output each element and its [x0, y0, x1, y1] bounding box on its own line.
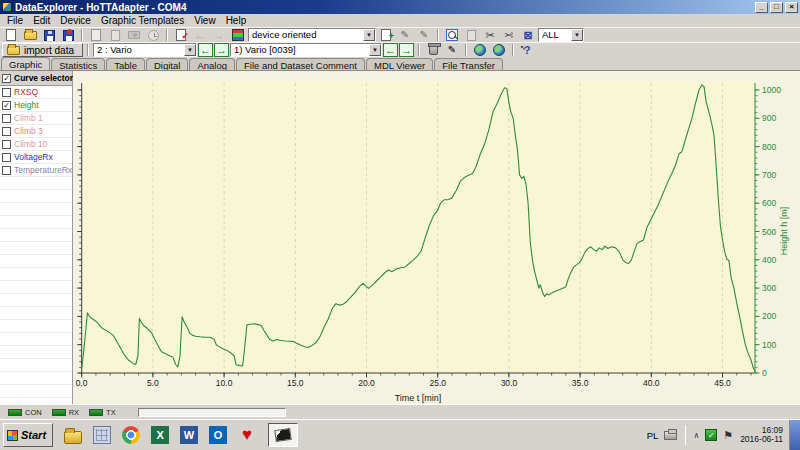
- active-task-button[interactable]: [268, 423, 298, 447]
- prev-channel-button[interactable]: ←: [198, 43, 213, 57]
- curve-row-empty: [0, 242, 72, 255]
- curve-checkbox-climb-10[interactable]: [2, 140, 11, 149]
- context-help-button[interactable]: ↖?: [518, 43, 536, 57]
- file-explorer-icon[interactable]: [64, 431, 82, 444]
- menu-graphic-templates[interactable]: Graphic Templates: [96, 15, 189, 26]
- tab-digital[interactable]: Digital: [146, 58, 188, 70]
- tab-table[interactable]: Table: [106, 58, 145, 70]
- curve-checkbox-climb-1[interactable]: [2, 114, 11, 123]
- prev-record-button[interactable]: ←: [383, 43, 398, 57]
- device-settings-button[interactable]: ✓: [172, 28, 190, 42]
- save-button[interactable]: [40, 28, 58, 42]
- close-button[interactable]: ×: [785, 2, 798, 13]
- heart-icon[interactable]: ♥: [238, 426, 256, 444]
- new-file-icon: [6, 29, 16, 41]
- tab-statistics[interactable]: Statistics: [51, 58, 105, 70]
- status-con: CON: [8, 408, 42, 417]
- curve-row-empty: [0, 255, 72, 268]
- height-time-chart[interactable]: 0.05.010.015.020.025.030.035.040.045.001…: [73, 71, 800, 405]
- delete-file-button[interactable]: [87, 28, 105, 42]
- show-desktop-button[interactable]: [789, 420, 800, 450]
- view-mode-combo[interactable]: device oriented ▼: [248, 28, 376, 42]
- flag-tray-icon[interactable]: ⚑: [723, 429, 733, 442]
- clock[interactable]: 16:09 2016-06-11: [740, 426, 783, 444]
- next-device-button[interactable]: →: [210, 28, 228, 42]
- menu-device[interactable]: Device: [55, 15, 96, 26]
- minimize-button[interactable]: _: [755, 2, 768, 13]
- dropdown-arrow-icon[interactable]: ▼: [369, 44, 381, 56]
- menu-view[interactable]: View: [189, 15, 221, 26]
- curve-row-rxsq: RXSQ: [0, 86, 72, 99]
- svg-text:30.0: 30.0: [501, 378, 518, 388]
- delete-record-button[interactable]: [424, 43, 442, 57]
- word-icon[interactable]: W: [180, 426, 198, 444]
- google-earth-button[interactable]: [471, 43, 489, 57]
- svg-text:200: 200: [762, 311, 776, 321]
- progress-bar: [138, 408, 286, 417]
- prev-device-button[interactable]: ←: [191, 28, 209, 42]
- curve-checkbox-climb-3[interactable]: [2, 127, 11, 136]
- tab-graphic[interactable]: Graphic: [1, 57, 50, 70]
- toolbar-separator: [418, 44, 420, 56]
- start-button[interactable]: Start: [3, 423, 53, 447]
- next-channel-button[interactable]: →: [214, 43, 229, 57]
- import-data-button[interactable]: import data: [2, 43, 83, 57]
- curve-row-empty: [0, 281, 72, 294]
- curve-selector-checkbox[interactable]: ✓: [2, 74, 11, 83]
- tab-mdl-viewer[interactable]: MDL Viewer: [366, 58, 433, 70]
- curve-checkbox-rxsq[interactable]: [2, 88, 11, 97]
- pan-button[interactable]: [462, 28, 480, 42]
- curve-row-height: ✓Height: [0, 99, 72, 112]
- curve-checkbox-voltagerx[interactable]: [2, 153, 11, 162]
- dropdown-arrow-icon[interactable]: ▼: [363, 29, 375, 41]
- edit-comment-button[interactable]: ✎: [415, 28, 433, 42]
- dropdown-arrow-icon[interactable]: ▼: [571, 29, 583, 41]
- cut-left-button[interactable]: ✂: [481, 28, 499, 42]
- tab-file-transfer[interactable]: File Transfer: [434, 58, 503, 70]
- refresh-records-button[interactable]: +: [377, 28, 395, 42]
- printer-tray-icon[interactable]: [664, 431, 677, 440]
- chrome-icon[interactable]: [122, 426, 140, 444]
- tab-file-and-dataset-comment[interactable]: File and Dataset Comment: [236, 58, 365, 70]
- excel-icon[interactable]: X: [151, 426, 169, 444]
- menu-file[interactable]: File: [2, 15, 28, 26]
- google-earth-config-button[interactable]: [490, 43, 508, 57]
- new-file-button[interactable]: [2, 28, 20, 42]
- open-file-button[interactable]: [21, 28, 39, 42]
- curve-label-voltagerx: VoltageRx: [14, 152, 53, 162]
- curve-checkbox-temperaturerx[interactable]: [2, 166, 11, 175]
- taskbar: Start X W O ♥ PL ∧ ✓ ⚑ 16:09 2016-06-11: [0, 419, 800, 450]
- port-combo[interactable]: 2 : Vario ▼: [93, 43, 197, 57]
- svg-text:35.0: 35.0: [572, 378, 589, 388]
- copy-button[interactable]: [106, 28, 124, 42]
- zoom-select-button[interactable]: [443, 28, 461, 42]
- edit-record-set-button[interactable]: ✎: [396, 28, 414, 42]
- tab-analog[interactable]: Analog: [189, 58, 235, 70]
- cut-right-button[interactable]: ✂: [500, 28, 518, 42]
- channel-filter-combo[interactable]: ALL ▼: [538, 28, 584, 42]
- dropdown-arrow-icon[interactable]: ▼: [184, 44, 196, 56]
- antivirus-tray-icon[interactable]: ✓: [705, 429, 717, 441]
- svg-text:5.0: 5.0: [147, 378, 159, 388]
- svg-text:Height h [m]: Height h [m]: [779, 207, 789, 256]
- restore-button[interactable]: □: [770, 2, 783, 13]
- menu-edit[interactable]: Edit: [28, 15, 55, 26]
- camera-icon: [128, 31, 140, 39]
- edit-record-button[interactable]: ✎: [443, 43, 461, 57]
- save-as-button[interactable]: [59, 28, 77, 42]
- led-label-tx: TX: [106, 408, 116, 417]
- snapshot-button[interactable]: [125, 28, 143, 42]
- statusbar: CONRXTX: [0, 404, 800, 419]
- language-indicator[interactable]: PL: [647, 430, 659, 441]
- chevron-up-icon[interactable]: ∧: [693, 431, 699, 440]
- curve-checkbox-height[interactable]: ✓: [2, 101, 11, 110]
- menu-help[interactable]: Help: [221, 15, 252, 26]
- record-set-combo[interactable]: 1) Vario [0039] ▼: [230, 43, 382, 57]
- led-rx-icon: [52, 409, 66, 416]
- next-record-button[interactable]: →: [399, 43, 414, 57]
- time-button[interactable]: [144, 28, 162, 42]
- calculator-icon[interactable]: [93, 426, 111, 444]
- outlook-icon[interactable]: O: [209, 426, 227, 444]
- device-properties-button[interactable]: [229, 28, 247, 42]
- reset-zoom-button[interactable]: ⊠: [519, 28, 537, 42]
